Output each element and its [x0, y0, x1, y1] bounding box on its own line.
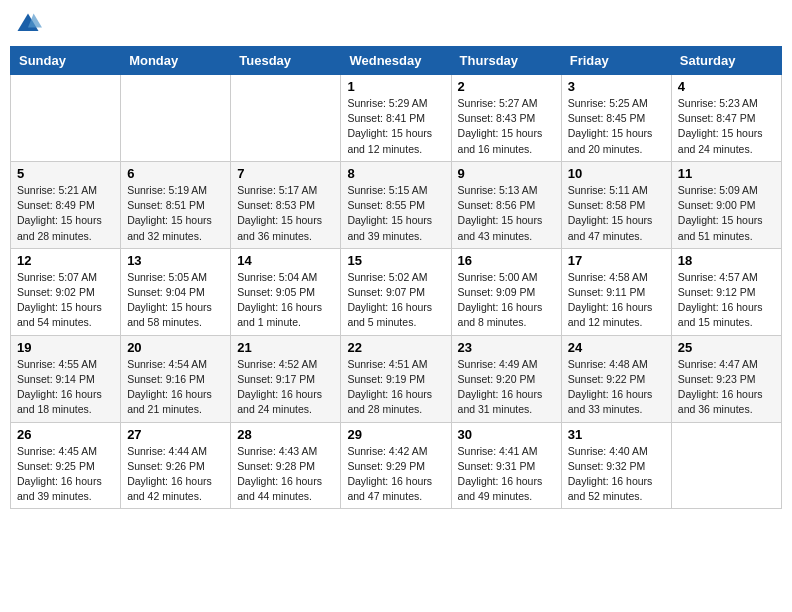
day-number: 15 [347, 253, 444, 268]
week-row-5: 26Sunrise: 4:45 AMSunset: 9:25 PMDayligh… [11, 422, 782, 509]
day-cell [231, 75, 341, 162]
day-info: Sunrise: 4:49 AMSunset: 9:20 PMDaylight:… [458, 357, 555, 418]
day-info: Sunrise: 5:02 AMSunset: 9:07 PMDaylight:… [347, 270, 444, 331]
day-number: 13 [127, 253, 224, 268]
day-cell: 11Sunrise: 5:09 AMSunset: 9:00 PMDayligh… [671, 161, 781, 248]
day-info: Sunrise: 4:51 AMSunset: 9:19 PMDaylight:… [347, 357, 444, 418]
day-cell: 22Sunrise: 4:51 AMSunset: 9:19 PMDayligh… [341, 335, 451, 422]
calendar-header-row: SundayMondayTuesdayWednesdayThursdayFrid… [11, 47, 782, 75]
day-info: Sunrise: 5:15 AMSunset: 8:55 PMDaylight:… [347, 183, 444, 244]
day-number: 23 [458, 340, 555, 355]
day-info: Sunrise: 5:09 AMSunset: 9:00 PMDaylight:… [678, 183, 775, 244]
week-row-2: 5Sunrise: 5:21 AMSunset: 8:49 PMDaylight… [11, 161, 782, 248]
calendar-table: SundayMondayTuesdayWednesdayThursdayFrid… [10, 46, 782, 509]
day-cell: 21Sunrise: 4:52 AMSunset: 9:17 PMDayligh… [231, 335, 341, 422]
day-info: Sunrise: 5:07 AMSunset: 9:02 PMDaylight:… [17, 270, 114, 331]
day-info: Sunrise: 4:42 AMSunset: 9:29 PMDaylight:… [347, 444, 444, 505]
column-header-thursday: Thursday [451, 47, 561, 75]
week-row-3: 12Sunrise: 5:07 AMSunset: 9:02 PMDayligh… [11, 248, 782, 335]
day-number: 20 [127, 340, 224, 355]
day-cell: 6Sunrise: 5:19 AMSunset: 8:51 PMDaylight… [121, 161, 231, 248]
logo-icon [14, 10, 42, 38]
day-cell: 17Sunrise: 4:58 AMSunset: 9:11 PMDayligh… [561, 248, 671, 335]
day-cell: 20Sunrise: 4:54 AMSunset: 9:16 PMDayligh… [121, 335, 231, 422]
day-cell [121, 75, 231, 162]
day-number: 4 [678, 79, 775, 94]
day-number: 16 [458, 253, 555, 268]
day-number: 29 [347, 427, 444, 442]
day-info: Sunrise: 4:55 AMSunset: 9:14 PMDaylight:… [17, 357, 114, 418]
day-number: 6 [127, 166, 224, 181]
day-info: Sunrise: 5:27 AMSunset: 8:43 PMDaylight:… [458, 96, 555, 157]
day-info: Sunrise: 5:05 AMSunset: 9:04 PMDaylight:… [127, 270, 224, 331]
day-cell: 16Sunrise: 5:00 AMSunset: 9:09 PMDayligh… [451, 248, 561, 335]
day-cell: 5Sunrise: 5:21 AMSunset: 8:49 PMDaylight… [11, 161, 121, 248]
day-cell: 14Sunrise: 5:04 AMSunset: 9:05 PMDayligh… [231, 248, 341, 335]
day-cell: 30Sunrise: 4:41 AMSunset: 9:31 PMDayligh… [451, 422, 561, 509]
day-info: Sunrise: 5:23 AMSunset: 8:47 PMDaylight:… [678, 96, 775, 157]
day-number: 7 [237, 166, 334, 181]
day-cell: 24Sunrise: 4:48 AMSunset: 9:22 PMDayligh… [561, 335, 671, 422]
day-cell: 31Sunrise: 4:40 AMSunset: 9:32 PMDayligh… [561, 422, 671, 509]
day-cell: 23Sunrise: 4:49 AMSunset: 9:20 PMDayligh… [451, 335, 561, 422]
day-cell: 2Sunrise: 5:27 AMSunset: 8:43 PMDaylight… [451, 75, 561, 162]
day-info: Sunrise: 4:48 AMSunset: 9:22 PMDaylight:… [568, 357, 665, 418]
day-info: Sunrise: 5:21 AMSunset: 8:49 PMDaylight:… [17, 183, 114, 244]
day-number: 17 [568, 253, 665, 268]
day-number: 19 [17, 340, 114, 355]
day-number: 25 [678, 340, 775, 355]
day-cell: 13Sunrise: 5:05 AMSunset: 9:04 PMDayligh… [121, 248, 231, 335]
day-info: Sunrise: 4:43 AMSunset: 9:28 PMDaylight:… [237, 444, 334, 505]
day-cell: 29Sunrise: 4:42 AMSunset: 9:29 PMDayligh… [341, 422, 451, 509]
column-header-sunday: Sunday [11, 47, 121, 75]
day-number: 3 [568, 79, 665, 94]
column-header-monday: Monday [121, 47, 231, 75]
day-number: 5 [17, 166, 114, 181]
day-info: Sunrise: 5:04 AMSunset: 9:05 PMDaylight:… [237, 270, 334, 331]
column-header-saturday: Saturday [671, 47, 781, 75]
page-header [10, 10, 782, 38]
day-info: Sunrise: 5:17 AMSunset: 8:53 PMDaylight:… [237, 183, 334, 244]
day-number: 18 [678, 253, 775, 268]
day-info: Sunrise: 4:45 AMSunset: 9:25 PMDaylight:… [17, 444, 114, 505]
day-info: Sunrise: 5:00 AMSunset: 9:09 PMDaylight:… [458, 270, 555, 331]
day-cell: 19Sunrise: 4:55 AMSunset: 9:14 PMDayligh… [11, 335, 121, 422]
day-info: Sunrise: 4:57 AMSunset: 9:12 PMDaylight:… [678, 270, 775, 331]
day-number: 11 [678, 166, 775, 181]
day-cell: 18Sunrise: 4:57 AMSunset: 9:12 PMDayligh… [671, 248, 781, 335]
day-info: Sunrise: 4:58 AMSunset: 9:11 PMDaylight:… [568, 270, 665, 331]
day-cell [671, 422, 781, 509]
day-cell: 26Sunrise: 4:45 AMSunset: 9:25 PMDayligh… [11, 422, 121, 509]
day-number: 24 [568, 340, 665, 355]
day-cell: 3Sunrise: 5:25 AMSunset: 8:45 PMDaylight… [561, 75, 671, 162]
week-row-4: 19Sunrise: 4:55 AMSunset: 9:14 PMDayligh… [11, 335, 782, 422]
day-info: Sunrise: 5:19 AMSunset: 8:51 PMDaylight:… [127, 183, 224, 244]
day-number: 26 [17, 427, 114, 442]
column-header-friday: Friday [561, 47, 671, 75]
logo [14, 10, 46, 38]
day-info: Sunrise: 4:52 AMSunset: 9:17 PMDaylight:… [237, 357, 334, 418]
day-number: 14 [237, 253, 334, 268]
day-info: Sunrise: 5:11 AMSunset: 8:58 PMDaylight:… [568, 183, 665, 244]
day-info: Sunrise: 4:40 AMSunset: 9:32 PMDaylight:… [568, 444, 665, 505]
day-number: 1 [347, 79, 444, 94]
day-cell: 10Sunrise: 5:11 AMSunset: 8:58 PMDayligh… [561, 161, 671, 248]
day-info: Sunrise: 4:47 AMSunset: 9:23 PMDaylight:… [678, 357, 775, 418]
day-number: 2 [458, 79, 555, 94]
day-cell: 8Sunrise: 5:15 AMSunset: 8:55 PMDaylight… [341, 161, 451, 248]
day-cell: 1Sunrise: 5:29 AMSunset: 8:41 PMDaylight… [341, 75, 451, 162]
day-number: 10 [568, 166, 665, 181]
day-cell [11, 75, 121, 162]
day-cell: 25Sunrise: 4:47 AMSunset: 9:23 PMDayligh… [671, 335, 781, 422]
day-info: Sunrise: 5:25 AMSunset: 8:45 PMDaylight:… [568, 96, 665, 157]
day-cell: 28Sunrise: 4:43 AMSunset: 9:28 PMDayligh… [231, 422, 341, 509]
day-number: 21 [237, 340, 334, 355]
day-cell: 7Sunrise: 5:17 AMSunset: 8:53 PMDaylight… [231, 161, 341, 248]
day-info: Sunrise: 5:29 AMSunset: 8:41 PMDaylight:… [347, 96, 444, 157]
day-cell: 27Sunrise: 4:44 AMSunset: 9:26 PMDayligh… [121, 422, 231, 509]
day-number: 8 [347, 166, 444, 181]
day-info: Sunrise: 5:13 AMSunset: 8:56 PMDaylight:… [458, 183, 555, 244]
day-number: 27 [127, 427, 224, 442]
day-info: Sunrise: 4:41 AMSunset: 9:31 PMDaylight:… [458, 444, 555, 505]
day-number: 22 [347, 340, 444, 355]
